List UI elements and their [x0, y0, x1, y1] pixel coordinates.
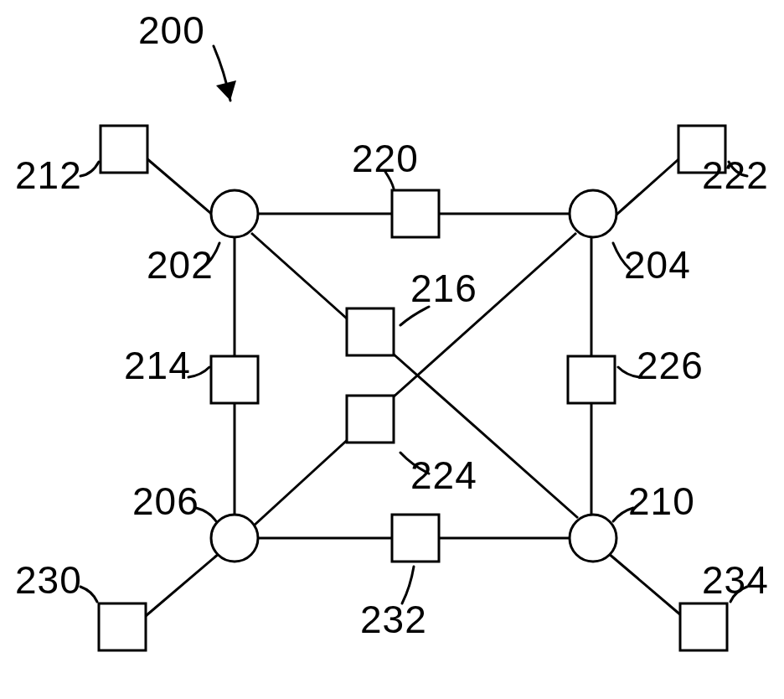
- label-232: 232: [360, 598, 427, 641]
- edge-210-234: [608, 553, 687, 620]
- label-204: 204: [624, 243, 691, 287]
- label-216: 216: [410, 267, 477, 310]
- edge-206-230: [141, 553, 219, 620]
- leader-212: [80, 162, 99, 176]
- label-202: 202: [147, 243, 214, 287]
- leader-214: [188, 367, 209, 377]
- label-214: 214: [124, 344, 191, 387]
- label-220: 220: [352, 137, 419, 180]
- edge-204-222: [608, 153, 685, 222]
- label-234: 234: [702, 558, 769, 602]
- arrowhead-200: [216, 80, 236, 101]
- variable-nodes: [211, 190, 616, 562]
- label-210: 210: [628, 479, 695, 523]
- node-204: [570, 190, 616, 237]
- label-222: 222: [702, 153, 769, 197]
- node-210: [570, 515, 616, 562]
- leader-230: [80, 587, 97, 602]
- diagram-svg: 200 212 222 220 202 204 216 214 226 224 …: [0, 0, 784, 699]
- node-226: [568, 356, 615, 403]
- label-200: 200: [138, 8, 205, 52]
- edge-202-212: [141, 153, 221, 222]
- node-216: [347, 308, 394, 355]
- label-212: 212: [15, 153, 82, 197]
- label-224: 224: [410, 453, 477, 497]
- node-214: [211, 356, 258, 403]
- node-224: [347, 396, 394, 443]
- node-202: [211, 190, 258, 237]
- node-232: [392, 515, 439, 562]
- edge-202-216: [251, 233, 347, 318]
- edge-224-206: [253, 436, 352, 526]
- node-206: [211, 515, 258, 562]
- edge-204-224: [392, 233, 576, 398]
- label-206: 206: [132, 479, 199, 523]
- label-226: 226: [637, 344, 704, 387]
- node-230: [99, 603, 146, 650]
- label-230: 230: [15, 558, 82, 602]
- node-212: [101, 126, 147, 173]
- node-234: [680, 603, 727, 650]
- node-220: [392, 190, 439, 237]
